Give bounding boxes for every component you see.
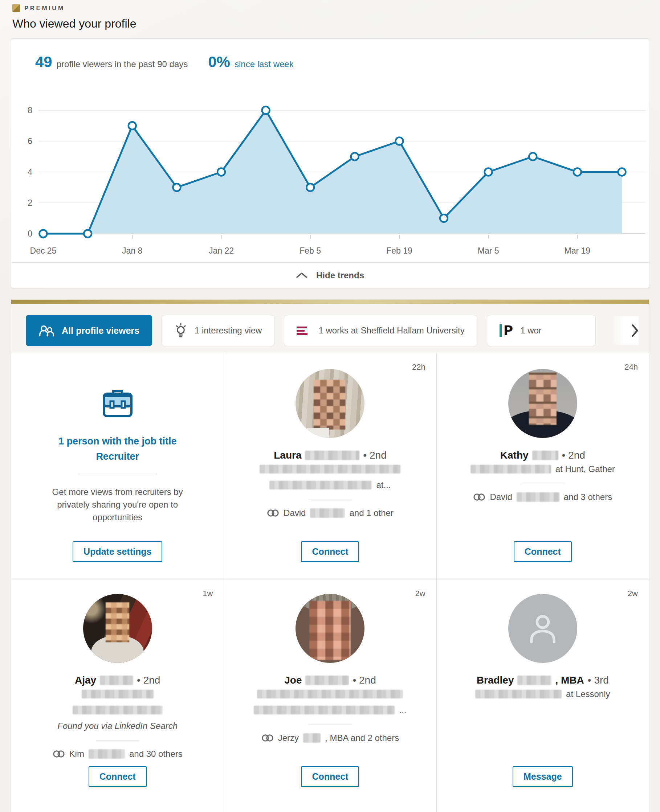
view-time: 22h <box>412 362 425 372</box>
trends-chart: 02468Dec 25Jan 8Jan 22Feb 5Feb 19Mar 5Ma… <box>11 72 649 261</box>
insight-card-recruiter[interactable]: 1 person with the job title Recruiter Ge… <box>11 353 224 579</box>
view-time: 1w <box>203 589 213 598</box>
lightbulb-icon <box>174 323 187 338</box>
svg-text:Mar 19: Mar 19 <box>565 246 591 255</box>
viewer-card-joe[interactable]: 2w Joe • 2nd ... Jerzy <box>224 579 436 812</box>
chevron-right-icon <box>631 324 639 337</box>
svg-text:2: 2 <box>28 198 32 207</box>
page-title: Who viewed your profile <box>12 17 649 30</box>
pill-label: 1 interesting view <box>195 326 262 336</box>
briefcase-icon <box>101 388 134 420</box>
stats-row: 49 profile viewers in the past 90 days 0… <box>11 39 649 71</box>
pill-label: 1 works at Sheffield Hallam University <box>318 326 464 336</box>
delta-caption: since last week <box>235 59 294 69</box>
viewer-name: Joe • 2nd <box>284 674 376 686</box>
svg-text:Jan 8: Jan 8 <box>122 246 142 255</box>
svg-text:8: 8 <box>28 106 32 115</box>
viewer-card-laura[interactable]: 22h Laura • 2nd at... David <box>224 353 436 579</box>
view-time: 2w <box>415 589 425 598</box>
view-time: 24h <box>624 362 638 372</box>
viewers-grid: 1 person with the job title Recruiter Ge… <box>11 353 649 812</box>
mutual-connections-icon <box>52 750 65 758</box>
divider <box>96 741 140 741</box>
pill-label: 1 wor <box>520 326 542 336</box>
found-via-note: Found you via LinkedIn Search <box>57 718 178 734</box>
chart-wrap: 02468Dec 25Jan 8Jan 22Feb 5Feb 19Mar 5Ma… <box>11 72 649 262</box>
who-viewed-profile-page: PREMIUM Who viewed your profile 49 profi… <box>0 0 660 812</box>
message-button[interactable]: Message <box>512 766 573 787</box>
connect-button[interactable]: Connect <box>514 541 572 562</box>
sheffield-hallam-logo <box>297 323 311 338</box>
headline-suffix: ... <box>399 702 406 718</box>
svg-text:Dec 25: Dec 25 <box>30 246 57 255</box>
premium-gold-bar <box>11 300 649 304</box>
view-time: 2w <box>628 589 638 598</box>
filter-pills-row: All profile viewers 1 interesting view 1… <box>11 304 649 353</box>
viewer-name: Kathy • 2nd <box>500 450 585 461</box>
update-settings-button[interactable]: Update settings <box>73 541 163 562</box>
pills-scroll-next-button[interactable] <box>611 317 639 345</box>
divider <box>79 475 156 475</box>
svg-text:Feb 19: Feb 19 <box>386 246 412 255</box>
pill-label: All profile viewers <box>62 326 140 336</box>
connect-button[interactable]: Connect <box>89 766 147 787</box>
viewer-card-kathy[interactable]: 24h Kathy • 2nd at Hunt, Gather David <box>436 353 649 579</box>
avatar <box>295 594 365 663</box>
headline-suffix: at... <box>376 477 390 493</box>
pill-all-profile-viewers[interactable]: All profile viewers <box>26 315 152 346</box>
premium-gold-icon <box>12 4 20 12</box>
viewers-panel: All profile viewers 1 interesting view 1… <box>11 299 649 812</box>
people-icon <box>38 324 54 337</box>
pill-works-at-truncated[interactable]: P 1 wor <box>487 315 596 346</box>
viewer-count: 49 <box>35 53 52 71</box>
insight-title: 1 person with the job title Recruiter <box>59 434 177 464</box>
hide-trends-label: Hide trends <box>316 270 364 280</box>
viewer-card-bradley[interactable]: 2w Bradley , MBA • 3rd at Lessonly Messa… <box>436 579 649 812</box>
pill-works-at-sheffield-hallam[interactable]: 1 works at Sheffield Hallam University <box>284 315 477 346</box>
viewer-card-ajay[interactable]: 1w Ajay • 2nd Found you via LinkedIn Sea… <box>11 579 224 812</box>
premium-label: PREMIUM <box>24 5 65 12</box>
mutual-connections: Jerzy , MBA and 2 others <box>262 733 399 743</box>
connect-button[interactable]: Connect <box>301 766 359 787</box>
avatar-placeholder <box>508 594 577 663</box>
viewer-count-caption: profile viewers in the past 90 days <box>57 59 188 69</box>
avatar <box>295 369 365 438</box>
svg-text:Feb 5: Feb 5 <box>300 246 321 255</box>
avatar <box>508 369 577 438</box>
person-silhouette-icon <box>524 609 562 647</box>
viewer-name: Ajay • 2nd <box>75 674 160 686</box>
avatar <box>83 594 152 663</box>
pill-interesting-view[interactable]: 1 interesting view <box>162 315 274 346</box>
mutual-connections-icon <box>267 509 279 517</box>
svg-text:4: 4 <box>28 167 32 177</box>
mutual-connections-icon <box>262 734 274 742</box>
viewer-name: Bradley , MBA • 3rd <box>477 674 609 686</box>
mutual-connections-icon <box>473 493 485 501</box>
mutual-connections: David and 1 other <box>267 508 393 518</box>
mutual-connections: David and 3 others <box>473 492 612 502</box>
hide-trends-button[interactable]: Hide trends <box>11 262 649 288</box>
delta-percent: 0% <box>208 53 230 71</box>
insight-body: Get more views from recruiters by privat… <box>39 486 196 524</box>
divider <box>308 500 352 500</box>
chevron-up-icon <box>296 272 308 278</box>
headline-suffix: at Hunt, Gather <box>555 461 615 477</box>
svg-text:6: 6 <box>28 136 32 146</box>
headline-suffix: at Lessonly <box>566 686 610 702</box>
svg-text:Jan 22: Jan 22 <box>209 246 234 255</box>
viewer-name: Laura • 2nd <box>274 450 387 461</box>
svg-text:0: 0 <box>28 229 32 238</box>
divider <box>521 484 565 484</box>
divider <box>308 725 352 725</box>
connect-button[interactable]: Connect <box>301 541 359 562</box>
company-p-logo: P <box>500 324 513 337</box>
mutual-connections: Kim and 30 others <box>52 749 182 759</box>
premium-badge: PREMIUM <box>12 4 649 12</box>
svg-text:Mar 5: Mar 5 <box>478 246 499 255</box>
trends-card: 49 profile viewers in the past 90 days 0… <box>11 38 649 288</box>
